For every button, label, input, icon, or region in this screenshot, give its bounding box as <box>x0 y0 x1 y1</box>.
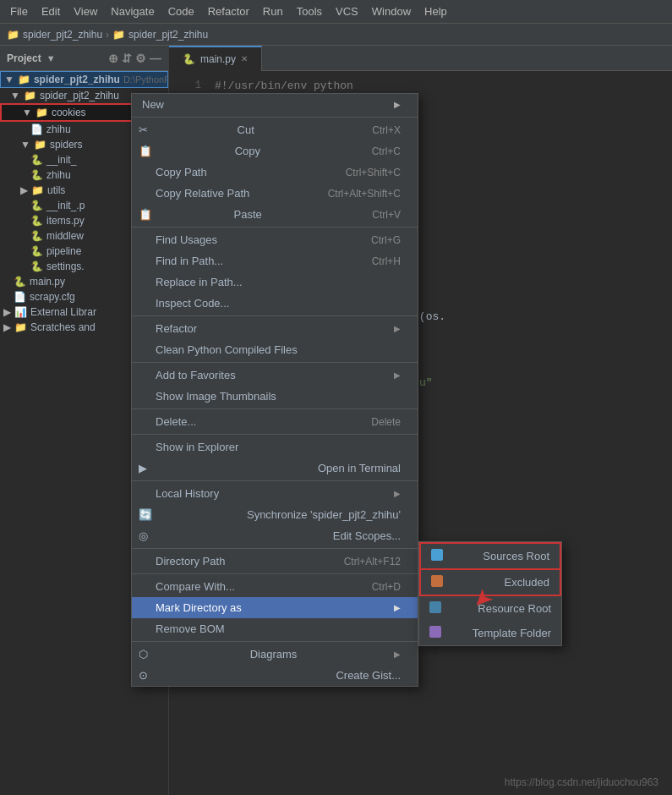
ctx-local-history[interactable]: Local History ▶ <box>132 483 418 504</box>
ctx-find-usages-shortcut: Ctrl+G <box>371 234 401 246</box>
tree-label-utils: utils <box>47 184 65 196</box>
tree-label-spider: spider_pjt2_zhihu <box>40 90 119 101</box>
utils-folder-icon: 📁 <box>31 184 44 196</box>
tree-path: D:\PythonProject\Spide <box>123 74 169 85</box>
menu-file[interactable]: File <box>3 3 35 19</box>
ctx-copy-rel-label: Copy Relative Path <box>156 187 249 200</box>
tab-close-icon[interactable]: ✕ <box>241 54 248 63</box>
close-icon[interactable]: — <box>150 52 161 65</box>
ctx-sync[interactable]: 🔄 Synchronize 'spider_pjt2_zhihu' <box>132 504 418 525</box>
breadcrumb-child[interactable]: spider_pjt2_zhihu <box>128 29 208 41</box>
ctx-cut[interactable]: ✂ Cut Ctrl+X <box>132 119 418 140</box>
sync-icon: 🔄 <box>139 508 152 521</box>
menu-help[interactable]: Help <box>418 3 454 19</box>
ctx-sep-8 <box>132 548 418 549</box>
globe-icon[interactable]: ⊕ <box>108 52 118 65</box>
tree-item-root[interactable]: ▼ 📁 spider_pjt2_zhihu D:\PythonProject\S… <box>0 71 168 88</box>
menu-refactor[interactable]: Refactor <box>201 3 256 19</box>
ctx-sep-6 <box>132 434 418 435</box>
ctx-thumbnails[interactable]: Show Image Thumbnails <box>132 386 418 407</box>
ctx-dir-path[interactable]: Directory Path Ctrl+Alt+F12 <box>132 551 418 572</box>
ctx-find-usages[interactable]: Find Usages Ctrl+G <box>132 229 418 250</box>
expand-icon3: ▼ <box>22 107 32 118</box>
ctx-copy-path-shortcut: Ctrl+Shift+C <box>346 167 401 178</box>
ctx-open-terminal[interactable]: ▶ Open in Terminal <box>132 458 418 479</box>
menu-code[interactable]: Code <box>161 3 201 19</box>
menu-tools[interactable]: Tools <box>290 3 329 19</box>
svg-rect-3 <box>429 626 441 638</box>
tree-label-cookies: cookies <box>52 107 86 118</box>
python-icon2: 🐍 <box>30 169 43 181</box>
ctx-new-label: New <box>142 98 164 111</box>
ctx-cut-shortcut: Ctrl+X <box>372 124 401 136</box>
ctx-resource-root[interactable]: Resource Root <box>419 596 561 621</box>
ctx-sep-10 <box>132 641 418 642</box>
diagrams-icon: ⬡ <box>139 648 148 661</box>
ctx-copy-rel[interactable]: Copy Relative Path Ctrl+Alt+Shift+C <box>132 183 418 204</box>
svg-rect-2 <box>429 601 441 613</box>
menu-vcs[interactable]: VCS <box>329 3 365 19</box>
menu-view[interactable]: View <box>67 3 104 19</box>
menu-run[interactable]: Run <box>256 3 290 19</box>
ctx-thumbnails-label: Show Image Thumbnails <box>156 390 276 403</box>
ctx-copy-path[interactable]: Copy Path Ctrl+Shift+C <box>132 162 418 183</box>
tree-label-items: items.py <box>46 215 85 227</box>
ctx-replace-path[interactable]: Replace in Path... <box>132 271 418 293</box>
menu-window[interactable]: Window <box>365 3 418 19</box>
ctx-replace-path-label: Replace in Path... <box>156 276 243 288</box>
context-menu: New ▶ ✂ Cut Ctrl+X 📋 Copy Ctrl+C Copy Pa… <box>131 93 418 687</box>
ctx-excluded[interactable]: Excluded <box>419 570 561 596</box>
ctx-sep-1 <box>132 117 418 118</box>
ctx-gist[interactable]: ⊙ Create Gist... <box>132 665 418 686</box>
ctx-copy-rel-shortcut: Ctrl+Alt+Shift+C <box>328 188 401 200</box>
ctx-sep-3 <box>132 315 418 316</box>
ctx-show-explorer[interactable]: Show in Explorer <box>132 436 418 458</box>
ctx-edit-scopes[interactable]: ◎ Edit Scopes... <box>132 525 418 546</box>
ctx-inspect[interactable]: Inspect Code... <box>132 293 418 314</box>
expand-icon4: ▼ <box>20 139 30 151</box>
sidebar-header-icons: ⊕ ⇵ ⚙ — <box>108 52 161 65</box>
python-icon4: 🐍 <box>30 215 43 227</box>
expand-icon6: ▶ <box>3 306 11 318</box>
menu-edit[interactable]: Edit <box>35 3 67 19</box>
ctx-paste-shortcut: Ctrl+V <box>372 209 401 221</box>
ctx-dir-path-shortcut: Ctrl+Alt+F12 <box>344 556 401 567</box>
ctx-mark-dir-arrow: ▶ <box>394 603 401 612</box>
ctx-copy[interactable]: 📋 Copy Ctrl+C <box>132 140 418 162</box>
scratches-folder-icon: 📁 <box>14 321 27 333</box>
sidebar-dropdown-icon[interactable]: ▼ <box>46 53 56 63</box>
python-icon8: 🐍 <box>14 276 26 288</box>
ctx-favorites[interactable]: Add to Favorites ▶ <box>132 365 418 386</box>
ctx-find-path[interactable]: Find in Path... Ctrl+H <box>132 250 418 271</box>
ctx-template-folder[interactable]: Template Folder <box>419 621 561 645</box>
python-icon1: 🐍 <box>30 154 43 166</box>
breadcrumb-root[interactable]: spider_pjt2_zhihu <box>23 29 102 41</box>
ctx-mark-dir[interactable]: Mark Directory as ▶ <box>132 597 418 618</box>
ctx-clean[interactable]: Clean Python Compiled Files <box>132 339 418 360</box>
tree-label-external: External Librar <box>30 306 96 318</box>
gist-icon: ⊙ <box>139 669 148 682</box>
ctx-paste[interactable]: 📋 Paste Ctrl+V <box>132 204 418 225</box>
ctx-refactor-arrow: ▶ <box>394 324 401 333</box>
folder-icon2: 📁 <box>24 90 36 101</box>
tree-label-main: main.py <box>30 276 65 288</box>
ctx-delete[interactable]: Delete... Delete <box>132 411 418 432</box>
expand-icon7: ▶ <box>3 321 11 333</box>
ctx-compare[interactable]: Compare With... Ctrl+D <box>132 576 418 597</box>
ctx-refactor-label: Refactor <box>156 322 197 335</box>
ctx-new[interactable]: New ▶ <box>132 94 418 115</box>
ctx-delete-shortcut: Delete <box>371 416 401 428</box>
ctx-sources-root[interactable]: Sources Root <box>419 542 561 570</box>
collapse-icon[interactable]: ⇵ <box>122 52 132 65</box>
ctx-remove-bom[interactable]: Remove BOM <box>132 618 418 639</box>
ctx-find-path-label: Find in Path... <box>156 255 223 267</box>
menu-navigate[interactable]: Navigate <box>104 3 161 19</box>
ctx-delete-label: Delete... <box>156 415 196 428</box>
ctx-copy-path-label: Copy Path <box>156 166 207 178</box>
ctx-diagrams[interactable]: ⬡ Diagrams ▶ <box>132 644 418 665</box>
ctx-favorites-arrow: ▶ <box>394 370 401 380</box>
ctx-refactor[interactable]: Refactor ▶ <box>132 318 418 339</box>
settings-icon[interactable]: ⚙ <box>135 52 146 65</box>
tab-main-py[interactable]: 🐍 main.py ✕ <box>169 46 262 71</box>
tree-label-init1: __init_ <box>46 154 76 166</box>
